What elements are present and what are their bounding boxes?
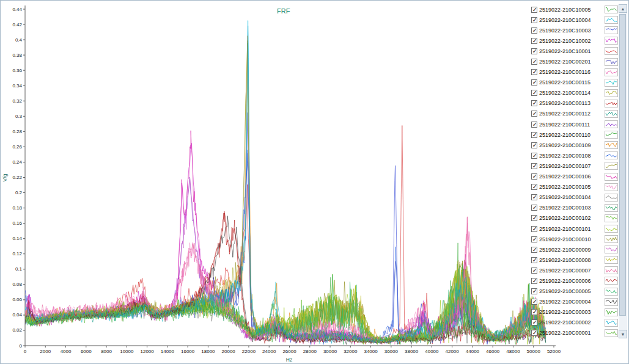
legend-scrollbar[interactable]: ▲ ▼ [619, 4, 627, 338]
y-tick-label: 0.36 [12, 68, 22, 73]
channel-checkbox[interactable] [531, 194, 537, 200]
channel-checkbox[interactable] [531, 257, 537, 263]
series-sparkline-icon [605, 194, 618, 202]
channel-checkbox[interactable] [531, 69, 537, 75]
scroll-down-button[interactable]: ▼ [619, 330, 627, 338]
sparkline [606, 155, 617, 158]
legend-item[interactable]: 2519022-210C00003 [531, 307, 618, 318]
channel-checkbox[interactable] [531, 173, 537, 180]
legend-item[interactable]: 2519022-210C00004 [531, 297, 618, 307]
channel-checkbox[interactable] [531, 288, 537, 294]
series-sparkline-icon [605, 5, 618, 13]
legend-item[interactable]: 2519022-210C00116 [531, 67, 618, 78]
legend-item[interactable]: 2519022-210C00103 [531, 203, 618, 213]
channel-checkbox[interactable] [531, 309, 537, 315]
legend-item[interactable]: 2519022-210C00005 [531, 286, 618, 297]
y-tick-label: 0.34 [12, 83, 22, 89]
channel-checkbox[interactable] [531, 48, 537, 54]
channel-checkbox[interactable] [531, 319, 537, 326]
channel-label: 2519022-210C00001 [539, 330, 591, 336]
channel-label: 2519022-210C00006 [539, 278, 591, 284]
channel-checkbox[interactable] [531, 163, 537, 169]
legend-item[interactable]: 2519022-210C00008 [531, 255, 618, 265]
sparkline [606, 144, 617, 147]
y-tick-label: 0.28 [12, 129, 22, 134]
channel-checkbox[interactable] [531, 27, 537, 34]
legend-item[interactable]: 2519022-210C10005 [531, 4, 618, 15]
legend-item[interactable]: 2519022-210C00006 [531, 275, 618, 286]
channel-checkbox[interactable] [531, 205, 537, 211]
sparkline [606, 216, 617, 219]
channel-checkbox[interactable] [531, 299, 537, 305]
channel-checkbox[interactable] [531, 132, 537, 138]
legend-item[interactable]: 2519022-210C00002 [531, 318, 618, 328]
legend-item[interactable]: 2519022-210C00109 [531, 140, 618, 150]
channel-checkbox[interactable] [531, 17, 537, 23]
legend-item[interactable]: 2519022-210C00007 [531, 265, 618, 275]
legend-item[interactable]: 2519022-210C00110 [531, 129, 618, 140]
legend-item[interactable]: 2519022-210C10001 [531, 46, 618, 56]
channel-checkbox[interactable] [531, 268, 537, 274]
legend-item[interactable]: 2519022-210C00009 [531, 244, 618, 255]
legend-item[interactable]: 2519022-210C00104 [531, 192, 618, 203]
x-axis-label: Hz [286, 357, 292, 363]
legend-item[interactable]: 2519022-210C00108 [531, 150, 618, 161]
channel-checkbox[interactable] [531, 153, 537, 159]
scrollbar-track[interactable] [619, 13, 627, 330]
channel-checkbox[interactable] [531, 79, 537, 86]
scroll-up-button[interactable]: ▲ [619, 4, 627, 13]
sparkline [606, 331, 617, 334]
channel-checkbox[interactable] [531, 59, 537, 65]
channel-checkbox[interactable] [531, 247, 537, 253]
sparkline [606, 81, 617, 84]
legend-item[interactable]: 2519022-210C00106 [531, 172, 618, 182]
y-tick-label: 0 [20, 343, 23, 349]
channel-checkbox[interactable] [531, 122, 537, 128]
x-tick-label: 22000 [242, 349, 256, 354]
y-axis-label: V/g [2, 173, 8, 181]
x-tick-label: 18000 [201, 349, 215, 354]
legend-item[interactable]: 2519022-210C00102 [531, 213, 618, 224]
x-tick-label: 46000 [486, 349, 500, 354]
legend-item[interactable]: 2519022-210C00105 [531, 182, 618, 192]
channel-checkbox[interactable] [531, 90, 537, 96]
series-sparkline-icon [605, 110, 618, 118]
legend-item[interactable]: 2519022-210C00001 [531, 328, 618, 338]
sparkline [606, 29, 617, 30]
channel-checkbox[interactable] [531, 184, 537, 190]
channel-checkbox[interactable] [531, 100, 537, 106]
channel-checkbox[interactable] [531, 236, 537, 242]
legend-item[interactable]: 2519022-210C00115 [531, 78, 618, 88]
legend-item[interactable]: 2519022-210C00107 [531, 161, 618, 171]
channel-label: 2519022-210C10003 [539, 27, 591, 34]
legend-item[interactable]: 2519022-210C00010 [531, 234, 618, 244]
legend-item[interactable]: 2519022-210C00101 [531, 224, 618, 234]
legend-item[interactable]: 2519022-210C00112 [531, 109, 618, 119]
channel-checkbox[interactable] [531, 38, 537, 44]
sparkline [606, 124, 617, 126]
channel-checkbox[interactable] [531, 330, 537, 336]
channel-checkbox[interactable] [531, 215, 537, 221]
x-tick-label: 10000 [120, 349, 134, 354]
channel-checkbox[interactable] [531, 226, 537, 232]
legend-item[interactable]: 2519022-210C10003 [531, 25, 618, 35]
sparkline [606, 258, 617, 261]
channel-label: 2519022-210C00104 [539, 194, 591, 200]
series-sparkline-icon [605, 151, 618, 159]
legend-item[interactable]: 2519022-210C00111 [531, 119, 618, 129]
up-arrow-icon: ▲ [621, 7, 625, 11]
legend-item[interactable]: 2519022-210C00114 [531, 88, 618, 98]
legend-item[interactable]: 2519022-210C10002 [531, 35, 618, 46]
channel-checkbox[interactable] [531, 278, 537, 284]
legend-item[interactable]: 2519022-210C10004 [531, 15, 618, 25]
legend-item[interactable]: 2519022-210C00113 [531, 98, 618, 109]
legend-item[interactable]: 2519022-210C00201 [531, 56, 618, 67]
scrollbar-thumb[interactable] [619, 14, 626, 316]
channel-checkbox[interactable] [531, 7, 537, 13]
channel-checkbox[interactable] [531, 111, 537, 117]
x-tick-label: 12000 [140, 349, 154, 354]
sparkline [606, 71, 617, 74]
sparkline [606, 112, 617, 115]
channel-checkbox[interactable] [531, 142, 537, 148]
series-sparkline-icon [605, 298, 618, 306]
